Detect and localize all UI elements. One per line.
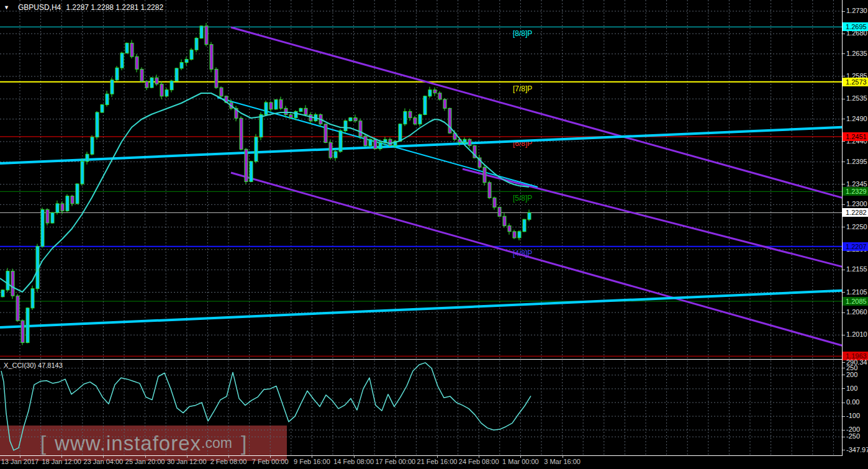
candle-bear	[205, 26, 208, 45]
time-axis-label: 23 Jan 04:00	[84, 458, 124, 465]
candle-bear	[245, 149, 248, 181]
candle-bear	[364, 136, 367, 145]
axis-tick	[843, 119, 845, 119]
cci-tick-label: -347.970	[846, 446, 868, 454]
candle-bear	[11, 271, 14, 296]
candle-bear	[220, 88, 223, 96]
candle-bull	[428, 90, 432, 96]
axis-tick	[843, 204, 845, 205]
candle-bull	[1, 290, 4, 297]
price-axis[interactable]: 1.27301.26801.26351.25851.25351.24901.24…	[842, 0, 868, 456]
time-axis-label: 30 Jan 12:00	[167, 458, 207, 465]
mt4-chart-window: [www.instaforex.com] [8/8]P[7/8]P[6/8]P[…	[0, 0, 868, 469]
price-badge-1.2282: 1.2282	[843, 208, 868, 217]
ohlc-values: 1.2287 1.2288 1.2281 1.2282	[66, 3, 163, 12]
dropdown-triangle-icon[interactable]: ▼	[4, 4, 9, 11]
candle-bull	[106, 94, 109, 104]
candle-bear	[279, 100, 283, 109]
candle-bull	[31, 289, 34, 308]
candle-bull	[344, 121, 347, 131]
candle-bull	[264, 102, 268, 115]
time-axis-label: 13 Jan 2017	[1, 458, 39, 465]
price-badge-1.2329: 1.2329	[843, 187, 868, 196]
candle-bull	[294, 111, 297, 117]
candle-bull	[250, 162, 253, 182]
price-tick-label: 1.2490	[846, 115, 867, 123]
candle-bull	[120, 53, 124, 68]
candle-bear	[284, 108, 287, 114]
candle-bear	[468, 139, 471, 145]
title-bar: ▼GBPUSD,H41.2287 1.2288 1.2281 1.2282	[4, 3, 163, 12]
candle-bull	[180, 63, 183, 68]
candle-bull	[6, 271, 9, 289]
candle-bear	[269, 102, 273, 109]
cci-line[interactable]	[1, 363, 531, 450]
time-axis-label: 24 Feb 08:00	[459, 458, 499, 465]
axis-tick	[843, 368, 845, 368]
candle-bull	[339, 131, 342, 152]
candle-bull	[101, 105, 104, 112]
candle-bull	[150, 78, 153, 88]
main-chart-plot[interactable]: [8/8]P[7/8]P[6/8]P[5/8]P[4/8]P	[0, 0, 842, 359]
candle-bull	[165, 90, 168, 96]
axis-tick	[843, 416, 845, 417]
axis-tick	[843, 375, 845, 375]
candle-bear	[443, 99, 446, 108]
axis-tick	[843, 11, 845, 12]
panel-separator[interactable]	[0, 359, 868, 360]
murrey-label: [8/8]P	[513, 29, 532, 38]
time-axis-label: 9 Feb 16:00	[294, 458, 330, 465]
candle-bear	[359, 121, 362, 137]
candle-bull	[349, 118, 352, 121]
candle-bear	[61, 204, 64, 211]
candle-bull	[423, 96, 427, 115]
cci-indicator-label: X_CCI(30) 47.8143	[4, 362, 63, 369]
trendline-cyan-support-upper[interactable]	[0, 126, 842, 163]
price-tick-label: 1.2395	[846, 158, 867, 166]
price-badge-1.2573: 1.2573	[843, 78, 868, 86]
candle-bull	[175, 68, 178, 81]
candles	[1, 23, 531, 345]
axis-tick	[843, 450, 845, 450]
candle-bull	[185, 59, 188, 62]
candle-bull	[518, 232, 521, 238]
candle-bull	[195, 38, 198, 50]
trendline-cyan-support-lower[interactable]	[0, 289, 842, 327]
candle-bull	[66, 196, 69, 211]
symbol-period-label: GBPUSD,H4	[18, 3, 61, 12]
time-axis-label: 18 Jan 12:00	[42, 458, 81, 465]
murrey-label: [5/8]P	[513, 194, 532, 203]
candle-bear	[433, 90, 436, 93]
price-tick-label: 1.2300	[846, 200, 867, 208]
candle-bull	[56, 204, 59, 212]
time-axis-label: 21 Feb 16:00	[417, 458, 458, 465]
price-tick-label: 1.2730	[846, 7, 867, 15]
candle-bear	[508, 225, 511, 231]
price-badge-1.2451: 1.2451	[843, 132, 868, 141]
candle-bull	[41, 209, 44, 246]
time-axis[interactable]: 13 Jan 201718 Jan 12:0023 Jan 04:0025 Ja…	[0, 456, 868, 469]
time-axis-label: 25 Jan 20:00	[125, 458, 165, 465]
candle-bear	[160, 84, 163, 96]
candle-bull	[299, 108, 302, 111]
candle-bear	[71, 196, 74, 204]
time-axis-label: 17 Feb 00:00	[375, 458, 415, 465]
cci-tick-label: -100	[846, 412, 860, 420]
candle-bear	[448, 108, 451, 133]
axis-tick	[843, 437, 845, 437]
murrey-label: [7/8]P	[513, 84, 532, 93]
candle-bear	[374, 139, 377, 148]
candle-bear	[46, 209, 49, 223]
axis-tick	[843, 388, 845, 389]
candle-bull	[418, 115, 422, 124]
candle-bear	[289, 115, 292, 118]
candle-bull	[260, 115, 263, 137]
candle-bear	[304, 108, 307, 114]
price-tick-label: 1.2060	[846, 308, 867, 316]
candle-bull	[111, 80, 114, 94]
candle-bear	[483, 167, 486, 183]
candle-bear	[130, 43, 133, 57]
price-tick-label: 1.2535	[846, 94, 867, 102]
price-badge-1.2085: 1.2085	[843, 297, 868, 306]
cci-indicator-plot[interactable]	[0, 360, 842, 455]
